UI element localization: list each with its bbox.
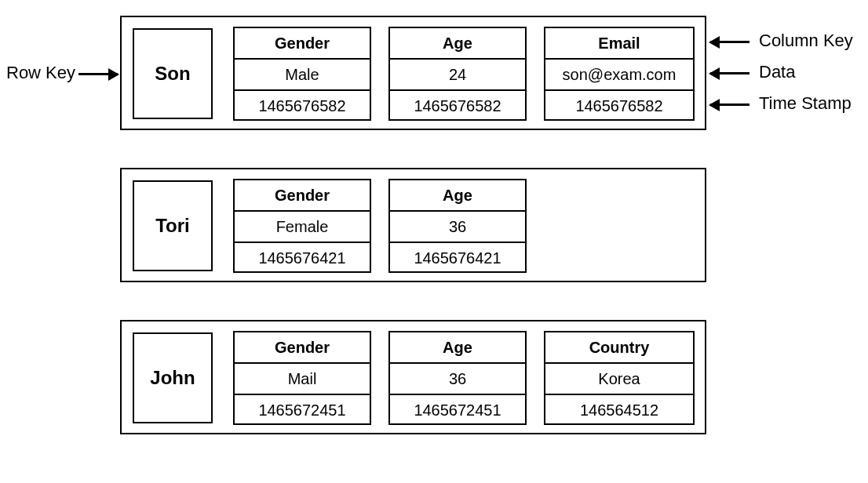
arrow-icon bbox=[78, 73, 118, 75]
column-timestamp: 1465676421 bbox=[390, 243, 525, 274]
column-value: Male bbox=[235, 60, 370, 91]
column-value: son@exam.com bbox=[545, 60, 693, 91]
data-row: John Gender Mail 1465672451 Age 36 14656… bbox=[120, 320, 706, 434]
column-key: Gender bbox=[235, 332, 370, 364]
column-value: Mail bbox=[235, 364, 370, 395]
row-key-box: Son bbox=[133, 28, 213, 119]
column-timestamp: 1465672451 bbox=[235, 395, 370, 427]
row-key-label: John bbox=[150, 367, 195, 389]
column-box: Age 36 1465672451 bbox=[388, 331, 527, 425]
column-box: Email son@exam.com 1465676582 bbox=[544, 27, 695, 121]
column-timestamp: 1465676582 bbox=[235, 91, 370, 122]
column-timestamp: 1465676421 bbox=[235, 243, 370, 274]
column-timestamp: 1465676582 bbox=[390, 91, 525, 122]
row-key-box: John bbox=[133, 332, 213, 423]
column-value: 36 bbox=[390, 364, 525, 395]
column-box: Age 36 1465676421 bbox=[388, 179, 527, 273]
annotation-time-stamp: Time Stamp bbox=[759, 93, 852, 114]
column-box: Gender Mail 1465672451 bbox=[233, 331, 371, 425]
data-row: Tori Gender Female 1465676421 Age 36 146… bbox=[120, 168, 706, 282]
column-key: Country bbox=[545, 332, 693, 364]
column-value: 24 bbox=[390, 60, 525, 91]
arrow-icon bbox=[710, 104, 749, 106]
annotation-data: Data bbox=[759, 62, 795, 82]
column-box: Age 24 1465676582 bbox=[388, 27, 527, 121]
row-key-label: Tori bbox=[155, 215, 190, 237]
arrow-icon bbox=[710, 41, 749, 43]
column-key: Gender bbox=[235, 180, 370, 212]
column-box: Country Korea 146564512 bbox=[544, 331, 695, 425]
column-key: Age bbox=[390, 28, 525, 60]
column-key: Age bbox=[390, 332, 525, 364]
column-value: 36 bbox=[390, 212, 525, 243]
arrow-icon bbox=[710, 72, 749, 74]
column-key: Age bbox=[390, 180, 525, 212]
column-timestamp: 1465676582 bbox=[545, 91, 693, 122]
row-key-label: Son bbox=[155, 63, 190, 85]
row-key-box: Tori bbox=[133, 180, 213, 271]
column-key: Email bbox=[545, 28, 693, 60]
annotation-column-key: Column Key bbox=[759, 31, 853, 51]
column-timestamp: 146564512 bbox=[545, 395, 693, 427]
column-value: Korea bbox=[545, 364, 693, 395]
data-row: Son Gender Male 1465676582 Age 24 146567… bbox=[120, 16, 706, 130]
column-box: Gender Female 1465676421 bbox=[233, 179, 371, 273]
diagram-canvas: Son Gender Male 1465676582 Age 24 146567… bbox=[0, 0, 868, 483]
column-value: Female bbox=[235, 212, 370, 243]
column-box: Gender Male 1465676582 bbox=[233, 27, 371, 121]
column-key: Gender bbox=[235, 28, 370, 60]
column-timestamp: 1465672451 bbox=[390, 395, 525, 427]
annotation-row-key: Row Key bbox=[6, 63, 75, 83]
